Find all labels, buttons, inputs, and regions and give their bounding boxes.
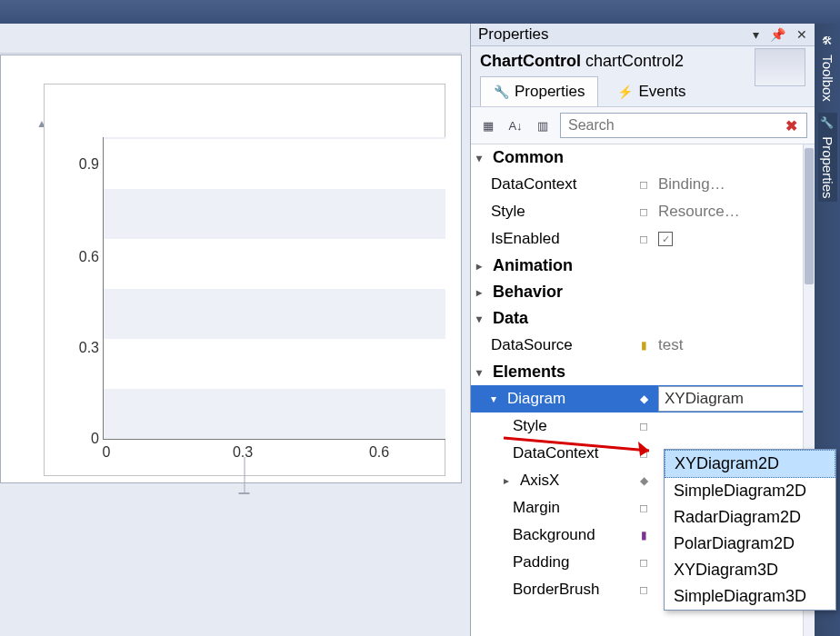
category-common[interactable]: Common	[471, 144, 815, 171]
categorize-icon[interactable]: ▦	[478, 115, 498, 135]
dropdown-item[interactable]: SimpleDiagram3D	[665, 583, 835, 610]
wrench-icon: 🔧	[494, 84, 509, 99]
scrollbar-thumb[interactable]	[805, 148, 814, 284]
marker-diamond-icon[interactable]: ◆	[635, 393, 653, 405]
prop-row-datasource[interactable]: DataSource ▮ test	[471, 332, 815, 359]
app-top-strip	[0, 0, 840, 24]
diagram-dropdown[interactable]: XYDiagram2D SimpleDiagram2D RadarDiagram…	[664, 449, 836, 611]
y-tick-label: 0	[91, 431, 99, 447]
expand-icon	[476, 286, 489, 299]
x-tick-label: 0.6	[369, 444, 389, 461]
category-animation-label: Animation	[493, 256, 573, 275]
lightning-icon: ⚡	[617, 84, 633, 99]
marker-icon[interactable]: ◻	[635, 233, 653, 245]
side-tab-properties-label: Properties	[820, 136, 835, 198]
category-data-label: Data	[493, 309, 528, 328]
prop-label: Style	[513, 417, 635, 435]
dropdown-item[interactable]: PolarDiagram2D	[665, 531, 835, 557]
category-elements-label: Elements	[493, 363, 565, 382]
pin-icon[interactable]: 📌	[770, 27, 785, 42]
x-tick-label: 0	[103, 444, 111, 461]
expand-icon	[476, 313, 489, 325]
prop-row-datacontext[interactable]: DataContext ◻ Binding…	[471, 171, 815, 198]
tab-events-label: Events	[638, 83, 685, 101]
property-pages-icon[interactable]: ▥	[533, 115, 553, 135]
properties-panel-title: Properties	[478, 25, 548, 44]
object-thumbnail	[755, 48, 805, 86]
y-tick-label: 0.6	[79, 249, 99, 265]
expand-icon	[476, 260, 489, 273]
expand-icon	[476, 152, 489, 164]
dropdown-item[interactable]: XYDiagram2D	[665, 450, 835, 478]
prop-label: IsEnabled	[491, 230, 635, 248]
close-icon[interactable]: ✕	[796, 27, 807, 42]
marker-icon[interactable]: ▮	[635, 529, 653, 542]
dropdown-item[interactable]: XYDiagram3D	[665, 557, 835, 583]
expand-icon[interactable]	[504, 474, 516, 487]
prop-label: Diagram	[507, 390, 565, 408]
object-name: chartControl2	[585, 52, 684, 70]
marker-icon[interactable]: ◻	[635, 205, 653, 218]
side-tab-properties[interactable]: 🔧 Properties	[818, 113, 837, 203]
category-behavior[interactable]: Behavior	[471, 279, 815, 305]
chart-control[interactable]: 0 0.3 0.6 0.9 0 0.3 0.6	[44, 84, 445, 476]
prop-label: BorderBrush	[513, 581, 635, 599]
sort-az-icon[interactable]: A↓	[505, 115, 525, 135]
marker-icon[interactable]: ▮	[635, 339, 653, 352]
prop-label: DataContext	[491, 175, 635, 194]
category-behavior-label: Behavior	[493, 283, 563, 302]
y-tick-label: 0.3	[79, 340, 99, 356]
object-header: ChartControl chartControl2 🔧 Properties …	[471, 46, 815, 107]
resize-handle-south[interactable]	[245, 457, 245, 493]
tab-properties-label: Properties	[515, 83, 585, 101]
marker-icon[interactable]: ◻	[635, 556, 653, 569]
properties-toolbar: ▦ A↓ ▥ ✖	[471, 107, 815, 144]
prop-label: Padding	[513, 553, 635, 571]
prop-value[interactable]: Binding…	[653, 175, 815, 194]
search-input-container[interactable]: ✖	[560, 113, 807, 138]
side-tab-toolbox[interactable]: 🛠 Toolbox	[818, 31, 837, 105]
dropdown-item[interactable]: SimpleDiagram2D	[665, 478, 835, 504]
category-data[interactable]: Data	[471, 305, 815, 332]
marker-icon[interactable]: ◻	[635, 502, 653, 514]
y-tick-label: 0.9	[79, 156, 99, 173]
prop-row-diagram[interactable]: Diagram ◆ XYDiagram ▾	[471, 385, 815, 412]
marker-icon[interactable]: ◻	[635, 583, 653, 596]
marker-icon[interactable]: ◻	[635, 178, 653, 191]
marker-icon[interactable]: ◻	[635, 447, 653, 460]
prop-label: DataSource	[491, 336, 635, 354]
prop-row-style-elem[interactable]: Style ◻	[471, 412, 815, 440]
prop-label: Background	[513, 526, 635, 544]
prop-value-dropdown[interactable]: XYDiagram ▾	[658, 386, 815, 412]
x-tick-label: 0.3	[233, 444, 253, 461]
prop-label: DataContext	[513, 444, 635, 462]
marker-diamond-icon[interactable]: ◆	[635, 474, 653, 487]
dropdown-item[interactable]: RadarDiagram2D	[665, 504, 835, 531]
prop-value[interactable]: test	[653, 336, 815, 354]
prop-label: Margin	[513, 499, 635, 517]
prop-value[interactable]	[653, 232, 815, 246]
tab-properties[interactable]: 🔧 Properties	[480, 76, 598, 106]
search-input[interactable]	[566, 116, 782, 134]
expand-icon	[476, 366, 489, 379]
category-animation[interactable]: Animation	[471, 253, 815, 279]
design-ruler	[0, 25, 462, 54]
object-type: ChartControl	[480, 52, 581, 70]
prop-label: Style	[491, 203, 635, 221]
dropdown-icon[interactable]: ▾	[753, 27, 759, 42]
prop-label: AxisX	[520, 472, 559, 490]
properties-icon: 🔧	[820, 116, 834, 129]
clear-search-icon[interactable]: ✖	[782, 117, 801, 134]
prop-row-style[interactable]: Style ◻ Resource…	[471, 198, 815, 225]
tab-events[interactable]: ⚡ Events	[604, 76, 699, 106]
prop-value: XYDiagram	[665, 390, 744, 408]
expand-icon[interactable]	[491, 393, 504, 405]
category-common-label: Common	[493, 148, 564, 167]
prop-row-isenabled[interactable]: IsEnabled ◻	[471, 225, 815, 253]
marker-icon[interactable]: ◻	[635, 420, 653, 432]
prop-value[interactable]: Resource…	[653, 203, 815, 221]
category-elements[interactable]: Elements	[471, 359, 815, 385]
properties-panel-header: Properties ▾ 📌 ✕	[471, 24, 815, 46]
checkbox-icon[interactable]	[658, 232, 673, 246]
toolbox-icon: 🛠	[822, 35, 833, 47]
